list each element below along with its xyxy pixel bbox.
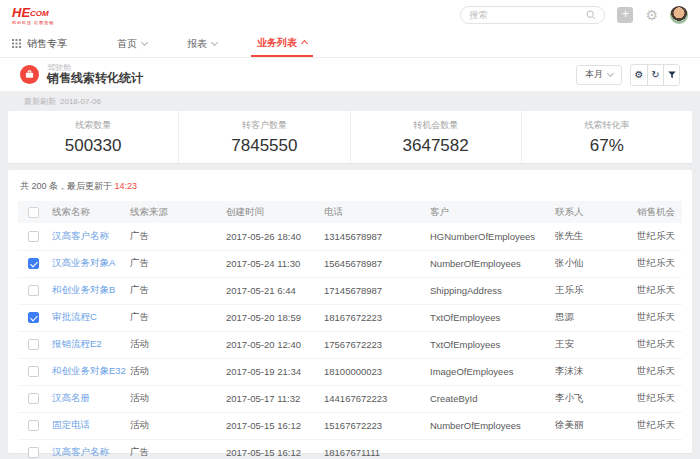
created-time-cell: 2017-05-17 11:32 bbox=[222, 385, 320, 412]
table-row[interactable]: 和创业务对象B 广告 2017-05-21 6:44 17145678987 S… bbox=[18, 277, 682, 304]
table-row[interactable]: 和创业务对象E32 活动 2017-05-19 21:34 1810000002… bbox=[18, 358, 682, 385]
row-checkbox[interactable] bbox=[28, 258, 39, 269]
add-icon[interactable]: + bbox=[617, 7, 633, 23]
customer-cell: TxtOfEmployees bbox=[426, 304, 551, 331]
customer-cell: CreateById bbox=[426, 385, 551, 412]
search-input[interactable] bbox=[469, 10, 586, 20]
chevron-down-icon bbox=[141, 39, 148, 46]
customer-cell: NumberOfEmployees bbox=[426, 412, 551, 439]
table-row[interactable]: 汉高业务对象A 广告 2017-05-24 11:30 15645678987 … bbox=[18, 250, 682, 277]
created-time-cell: 2017-05-20 18:59 bbox=[222, 304, 320, 331]
lead-source-cell: 广告 bbox=[126, 223, 222, 250]
global-search[interactable] bbox=[460, 6, 605, 24]
col-contact: 联系人 bbox=[551, 201, 633, 223]
row-checkbox[interactable] bbox=[28, 231, 39, 242]
contact-cell: 徐美丽 bbox=[551, 412, 633, 439]
phone-cell: 18100000023 bbox=[320, 358, 426, 385]
top-header: HECOM 和创科技·红圈营销 + ⚙ bbox=[0, 0, 700, 30]
refresh-info: 最新刷新2018-07-06 bbox=[8, 91, 692, 111]
created-time-cell: 2017-05-24 11:30 bbox=[222, 250, 320, 277]
tab-business-list[interactable]: 业务列表 bbox=[251, 30, 313, 57]
row-checkbox[interactable] bbox=[28, 339, 39, 350]
lead-name-link[interactable]: 审批流程C bbox=[52, 311, 97, 322]
content-area: 最新刷新2018-07-06 线索数量 500330 转客户数量 7845550… bbox=[0, 91, 700, 459]
lead-name-link[interactable]: 固定电话 bbox=[52, 419, 90, 430]
lead-source-cell: 活动 bbox=[126, 412, 222, 439]
lead-name-link[interactable]: 汉高业务对象A bbox=[52, 257, 115, 268]
table-row[interactable]: 汉高客户名称 广告 2017-05-15 16:12 18167671111 bbox=[18, 439, 682, 459]
contact-cell: 王乐乐 bbox=[551, 277, 633, 304]
col-phone: 电话 bbox=[320, 201, 426, 223]
refresh-icon[interactable]: ↻ bbox=[647, 65, 663, 85]
page-title: 销售线索转化统计 bbox=[47, 72, 143, 86]
search-icon bbox=[586, 10, 596, 20]
customer-cell: ImageOfEmployees bbox=[426, 358, 551, 385]
lead-source-cell: 活动 bbox=[126, 331, 222, 358]
filter-icon[interactable] bbox=[663, 65, 679, 85]
last-updated-time: 14:23 bbox=[115, 181, 138, 191]
toolbar-icon-group: ⚙ ↻ bbox=[630, 64, 680, 86]
opportunity-cell: 世纪乐天 bbox=[633, 412, 682, 439]
phone-cell: 13145678987 bbox=[320, 223, 426, 250]
table-row[interactable]: 审批流程C 广告 2017-05-20 18:59 18167672223 Tx… bbox=[18, 304, 682, 331]
logo-tagline: 和创科技·红圈营销 bbox=[12, 21, 54, 25]
phone-cell: 18167672223 bbox=[320, 304, 426, 331]
leads-table-card: 共 200 条，最后更新于 14:23 线索名称 线索来源 创建时间 电话 客户… bbox=[8, 170, 692, 453]
created-time-cell: 2017-05-19 21:34 bbox=[222, 358, 320, 385]
lead-name-link[interactable]: 汉高客户名称 bbox=[52, 230, 109, 241]
opportunity-cell bbox=[633, 439, 682, 459]
table-row[interactable]: 报销流程E2 活动 2017-05-20 12:40 17567672223 T… bbox=[18, 331, 682, 358]
row-checkbox[interactable] bbox=[28, 420, 39, 431]
stat-conversion-rate: 线索转化率 67% bbox=[522, 111, 692, 163]
col-lead-source: 线索来源 bbox=[126, 201, 222, 223]
user-avatar[interactable] bbox=[670, 6, 688, 24]
lead-source-cell: 广告 bbox=[126, 277, 222, 304]
contact-cell: 张先生 bbox=[551, 223, 633, 250]
chevron-up-icon bbox=[301, 40, 308, 47]
row-checkbox[interactable] bbox=[28, 366, 39, 377]
workspace-switcher[interactable]: 销售专享 bbox=[12, 30, 67, 57]
dashboard-badge-icon bbox=[20, 65, 39, 84]
table-row[interactable]: 固定电话 活动 2017-05-15 16:12 15167672223 Num… bbox=[18, 412, 682, 439]
phone-cell: 17567672223 bbox=[320, 331, 426, 358]
tab-reports[interactable]: 报表 bbox=[181, 30, 223, 57]
lead-source-cell: 活动 bbox=[126, 385, 222, 412]
row-checkbox[interactable] bbox=[28, 312, 39, 323]
settings-icon[interactable]: ⚙ bbox=[631, 65, 647, 85]
row-checkbox[interactable] bbox=[28, 285, 39, 296]
main-nav: 销售专享 首页 报表 业务列表 bbox=[0, 30, 700, 58]
page-title-bar: 驾驶舱 销售线索转化统计 本月 ⚙ ↻ bbox=[0, 58, 700, 91]
lead-name-link[interactable]: 和创业务对象B bbox=[52, 284, 115, 295]
settings-gear-icon[interactable]: ⚙ bbox=[645, 7, 658, 23]
phone-cell: 144167672223 bbox=[320, 385, 426, 412]
row-checkbox[interactable] bbox=[28, 393, 39, 404]
lead-name-link[interactable]: 汉高客户名称 bbox=[52, 446, 109, 457]
stats-summary-card: 线索数量 500330 转客户数量 7845550 转机会数量 3647582 … bbox=[8, 111, 692, 163]
lead-source-cell: 广告 bbox=[126, 304, 222, 331]
opportunity-cell: 世纪乐天 bbox=[633, 385, 682, 412]
period-select[interactable]: 本月 bbox=[576, 65, 622, 85]
phone-cell: 18167671111 bbox=[320, 439, 426, 459]
grid-menu-icon bbox=[12, 39, 21, 48]
contact-cell: 李沫沫 bbox=[551, 358, 633, 385]
stat-converted-opportunities: 转机会数量 3647582 bbox=[351, 111, 522, 163]
row-checkbox[interactable] bbox=[28, 447, 39, 458]
lead-name-link[interactable]: 汉高名册 bbox=[52, 392, 90, 403]
lead-name-link[interactable]: 报销流程E2 bbox=[52, 338, 102, 349]
select-all-checkbox[interactable] bbox=[28, 207, 39, 218]
workspace-label: 销售专享 bbox=[27, 37, 67, 51]
contact-cell bbox=[551, 439, 633, 459]
table-row[interactable]: 汉高客户名称 广告 2017-05-26 18:40 13145678987 H… bbox=[18, 223, 682, 250]
contact-cell: 王安 bbox=[551, 331, 633, 358]
phone-cell: 15167672223 bbox=[320, 412, 426, 439]
lead-name-link[interactable]: 和创业务对象E32 bbox=[52, 365, 126, 376]
contact-cell: 思源 bbox=[551, 304, 633, 331]
tab-home[interactable]: 首页 bbox=[111, 30, 153, 57]
table-row[interactable]: 汉高名册 活动 2017-05-17 11:32 144167672223 Cr… bbox=[18, 385, 682, 412]
opportunity-cell: 世纪乐天 bbox=[633, 358, 682, 385]
brand-logo[interactable]: HECOM 和创科技·红圈营销 bbox=[12, 6, 54, 25]
customer-cell: TxtOfEmployees bbox=[426, 331, 551, 358]
stat-converted-customers: 转客户数量 7845550 bbox=[179, 111, 350, 163]
refresh-date: 2018-07-06 bbox=[60, 97, 101, 106]
table-header-row: 线索名称 线索来源 创建时间 电话 客户 联系人 销售机会 bbox=[18, 201, 682, 223]
